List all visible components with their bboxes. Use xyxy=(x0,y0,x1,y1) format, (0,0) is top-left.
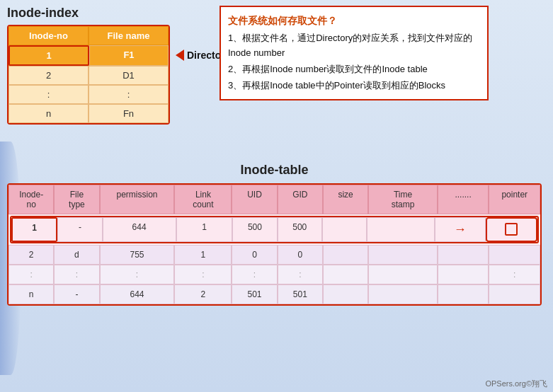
it-cell-2-link: 1 xyxy=(174,245,232,265)
it-cell-1-size xyxy=(322,217,367,242)
it-cell-1-permission: 644 xyxy=(103,217,176,242)
it-cell-dots-inode: : xyxy=(8,265,54,284)
idx-header-row: Inode-no File name xyxy=(8,26,169,45)
it-cell-n-inode: n xyxy=(8,284,54,304)
it-cell-dots-type: : xyxy=(54,265,99,284)
it-header-gid: GID xyxy=(278,185,323,214)
idx-cell-file-fn: Fn xyxy=(89,104,169,123)
inode-table-wrapper: Inode-no Filetype permission Linkcount U… xyxy=(7,183,542,306)
idx-row-n: n Fn xyxy=(8,104,169,123)
idx-cell-inode-dots: : xyxy=(8,85,89,104)
it-cell-dots-pointer: : xyxy=(489,265,540,284)
inode-index-title: Inode-index xyxy=(7,6,170,21)
it-cell-2-permission: 755 xyxy=(100,245,175,265)
info-box-line-2: 2、再根据Inode number读取到文件的Inode table xyxy=(228,62,480,77)
it-cell-1-gid: 500 xyxy=(278,217,322,242)
idx-header-inode-no: Inode-no xyxy=(8,26,89,45)
inode-index-section: Inode-index Inode-no File name 1 F1 2 D1… xyxy=(7,6,170,125)
it-header-link-count: Linkcount xyxy=(174,185,232,214)
it-header-size: size xyxy=(323,185,368,214)
it-cell-n-permission: 644 xyxy=(100,284,175,304)
it-cell-2-uid: 0 xyxy=(232,245,277,265)
it-cell-1-type: - xyxy=(57,217,102,242)
it-cell-dots-link: : xyxy=(174,265,232,284)
it-cell-n-type: - xyxy=(54,284,99,304)
it-cell-2-inode: 2 xyxy=(8,245,54,265)
idx-cell-inode-1: 1 xyxy=(8,45,89,66)
idx-cell-file-d1: D1 xyxy=(89,66,169,85)
idx-cell-inode-n: n xyxy=(8,104,89,123)
it-cell-n-timestamp xyxy=(368,284,438,304)
it-cell-dots-timestamp xyxy=(368,265,438,284)
main-container: Inode-index Inode-no File name 1 F1 2 D1… xyxy=(0,0,553,392)
it-cell-n-dots xyxy=(438,284,489,304)
it-cell-dots-uid: : xyxy=(232,265,277,284)
it-cell-2-timestamp xyxy=(368,245,438,265)
it-cell-dots-permission: : xyxy=(100,265,175,284)
idx-row-1: 1 F1 xyxy=(8,45,169,66)
it-header-uid: UID xyxy=(232,185,277,214)
it-cell-n-size xyxy=(323,284,368,304)
it-cell-dots-gid: : xyxy=(278,265,323,284)
it-header-inode-no: Inode-no xyxy=(8,185,54,214)
info-box-line-3: 3、再根据Inode table中的Pointer读取到相应的Blocks xyxy=(228,79,480,93)
it-cell-2-gid: 0 xyxy=(278,245,323,265)
it-header-file-type: Filetype xyxy=(54,185,99,214)
it-cell-2-pointer xyxy=(489,245,540,265)
it-cell-1-pointer xyxy=(486,217,537,242)
it-header-timestamp: Timestamp xyxy=(368,185,438,214)
info-box-title: 文件系统如何存取文件？ xyxy=(228,13,480,28)
idx-cell-file-f1: F1 xyxy=(89,45,169,66)
idx-cell-file-dots: : xyxy=(89,85,169,104)
it-row-1: 1 - 644 1 500 500 → xyxy=(10,216,539,243)
it-cell-dots-extra xyxy=(438,265,489,284)
inode-table-section: Inode-table Inode-no Filetype permission… xyxy=(7,163,542,306)
idx-row-dots: : : xyxy=(8,85,169,104)
it-cell-1-link: 1 xyxy=(176,217,233,242)
inode-index-table: Inode-no File name 1 F1 2 D1 : : n Fn xyxy=(7,25,170,125)
it-cell-2-type: d xyxy=(54,245,99,265)
it-row-n: n - 644 2 501 501 xyxy=(8,284,540,304)
it-cell-1-inode: 1 xyxy=(11,217,57,242)
it-header-row: Inode-no Filetype permission Linkcount U… xyxy=(8,185,540,214)
it-cell-dots-size xyxy=(323,265,368,284)
it-header-pointer: pointer xyxy=(489,185,540,214)
watermark: OPSers.org©翔飞 xyxy=(485,379,547,389)
it-cell-2-size xyxy=(323,245,368,265)
idx-cell-inode-2: 2 xyxy=(8,66,89,85)
idx-row-2: 2 D1 xyxy=(8,66,169,85)
it-cell-n-gid: 501 xyxy=(278,284,323,304)
it-cell-1-uid: 500 xyxy=(232,217,277,242)
inode-table-title: Inode-table xyxy=(7,163,542,178)
it-cell-1-dots: → xyxy=(435,217,485,242)
arrow-left-icon xyxy=(176,50,184,61)
info-box-line-1: 1、根据文件名，通过Directory的对应关系，找到文件对应的Inode nu… xyxy=(228,31,480,61)
it-row-dots: : : : : : : : xyxy=(8,265,540,284)
it-cell-n-pointer xyxy=(489,284,540,304)
it-header-permission: permission xyxy=(100,185,175,214)
it-header-dots: ....... xyxy=(438,185,489,214)
info-box: 文件系统如何存取文件？ 1、根据文件名，通过Directory的对应关系，找到文… xyxy=(220,6,489,100)
it-cell-n-link: 2 xyxy=(174,284,232,304)
it-cell-n-uid: 501 xyxy=(232,284,277,304)
idx-header-file-name: File name xyxy=(89,26,169,45)
it-row-2: 2 d 755 1 0 0 xyxy=(8,245,540,265)
it-cell-1-timestamp xyxy=(367,217,435,242)
it-cell-2-dots xyxy=(438,245,489,265)
